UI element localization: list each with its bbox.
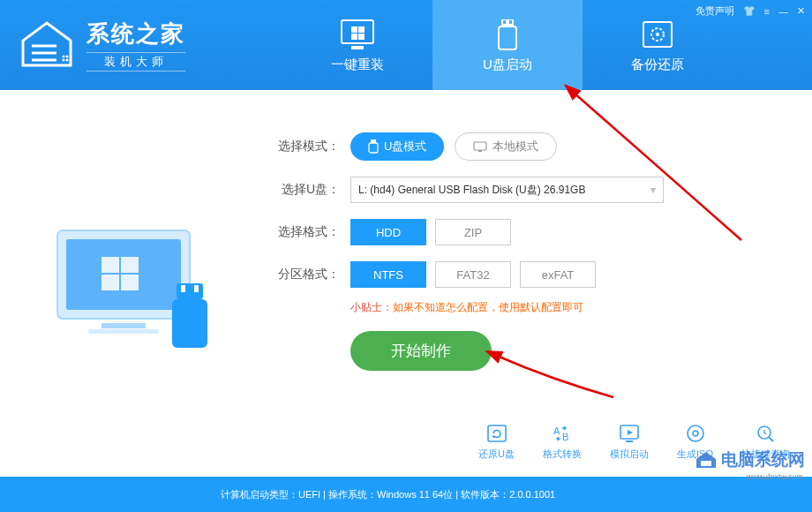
hotkey-icon [755, 423, 778, 444]
svg-point-31 [693, 431, 698, 436]
status-bar: 计算机启动类型：UEFI | 操作系统：Windows 11 64位 | 软件版… [0, 477, 812, 512]
svg-point-30 [688, 425, 703, 441]
partition-label: 分区格式： [274, 267, 340, 282]
svg-point-1 [66, 55, 69, 57]
svg-rect-18 [172, 299, 207, 348]
monitor-icon [339, 18, 376, 51]
svg-rect-7 [499, 26, 516, 49]
format-hdd-button[interactable]: HDD [350, 219, 426, 245]
svg-text:B: B [562, 432, 568, 442]
format-zip-button[interactable]: ZIP [435, 219, 511, 245]
illustration [0, 90, 274, 477]
svg-rect-15 [102, 323, 146, 328]
nav-tabs: 一键重装 U盘启动 备份还原 [282, 0, 733, 90]
header: 系统之家 装机大师 一键重装 U盘启动 备份还原 免责声明 👕 ≡ — ✕ [0, 0, 812, 90]
svg-rect-22 [369, 143, 378, 153]
mode-usb-button[interactable]: U盘模式 [350, 132, 444, 161]
config-form: 选择模式： U盘模式 本地模式 选择U盘： L: (hd4) General U… [274, 90, 812, 477]
partition-fat32-button[interactable]: FAT32 [435, 261, 511, 288]
tool-simulate-boot[interactable]: 模拟启动 [610, 423, 649, 461]
theme-icon[interactable]: 👕 [743, 5, 756, 17]
svg-rect-20 [194, 285, 199, 292]
main-content: 选择模式： U盘模式 本地模式 选择U盘： L: (hd4) General U… [0, 90, 812, 477]
format-label: 选择格式： [274, 224, 340, 240]
svg-point-3 [66, 58, 69, 61]
svg-point-12 [656, 33, 659, 36]
tip-text: 小贴士：如果不知道怎么配置，使用默认配置即可 [350, 300, 812, 315]
simulate-icon [618, 423, 641, 444]
declaration-link[interactable]: 免责声明 [695, 4, 734, 18]
svg-rect-25 [488, 425, 506, 441]
watermark: 电脑系统网 www.dnxtw.com [695, 448, 805, 471]
watermark-icon [695, 450, 718, 470]
logo-icon [16, 21, 78, 70]
svg-text:A: A [553, 425, 560, 436]
svg-point-0 [63, 55, 65, 57]
monitor-small-icon [473, 141, 487, 152]
backup-icon [639, 18, 676, 51]
iso-icon [684, 423, 707, 444]
usb-select-label: 选择U盘： [274, 182, 340, 198]
tool-format-convert[interactable]: AB 格式转换 [543, 423, 582, 461]
svg-rect-33 [701, 461, 711, 466]
tab-reinstall[interactable]: 一键重装 [282, 0, 432, 90]
svg-rect-24 [478, 150, 482, 152]
svg-rect-16 [88, 329, 159, 334]
partition-ntfs-button[interactable]: NTFS [350, 261, 426, 288]
usb-icon [489, 18, 526, 51]
svg-rect-17 [177, 283, 203, 299]
chevron-down-icon: ▾ [650, 184, 656, 196]
usb-small-icon [368, 139, 379, 154]
svg-rect-23 [474, 142, 486, 150]
menu-icon[interactable]: ≡ [764, 6, 770, 17]
logo-title: 系统之家 [86, 19, 185, 49]
convert-icon: AB [551, 423, 574, 444]
tool-restore-usb[interactable]: 还原U盘 [478, 423, 515, 461]
svg-rect-9 [509, 20, 512, 24]
partition-exfat-button[interactable]: exFAT [520, 261, 596, 288]
svg-point-2 [63, 58, 65, 61]
svg-rect-19 [181, 285, 185, 292]
close-icon[interactable]: ✕ [797, 5, 805, 17]
svg-rect-5 [351, 46, 364, 49]
window-controls: 免责声明 👕 ≡ — ✕ [695, 4, 805, 18]
restore-icon [485, 423, 508, 444]
svg-rect-29 [626, 440, 633, 442]
mode-local-button[interactable]: 本地模式 [455, 132, 557, 161]
mode-label: 选择模式： [274, 139, 340, 154]
status-text: 计算机启动类型：UEFI | 操作系统：Windows 11 64位 | 软件版… [221, 488, 555, 501]
minimize-icon[interactable]: — [778, 6, 788, 17]
start-button[interactable]: 开始制作 [350, 331, 492, 371]
logo-area: 系统之家 装机大师 [0, 19, 265, 72]
svg-rect-8 [503, 20, 506, 24]
tab-usb-boot[interactable]: U盘启动 [432, 0, 583, 90]
logo-subtitle: 装机大师 [86, 52, 185, 72]
usb-select[interactable]: L: (hd4) General USB Flash Disk (U盘) 26.… [350, 177, 664, 203]
